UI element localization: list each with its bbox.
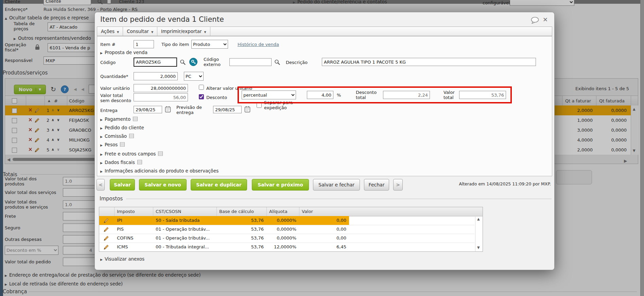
section-frete-outros[interactable]: ▶Frete e outros campos — [100, 151, 163, 157]
grid-icon[interactable] — [120, 142, 125, 147]
desconto-total-input[interactable] — [383, 91, 430, 99]
vscroll-down-icon[interactable]: ▼ — [477, 246, 480, 249]
dialog-menubar: Ações▼ Consultar▼ Imprimir/exportar▼ — [97, 27, 552, 36]
triangle-icon: ▶ — [100, 161, 103, 165]
salvar-e-novo-button[interactable]: Salvar e novo — [139, 179, 187, 191]
grid-icon[interactable] — [158, 151, 163, 156]
item-num-input[interactable] — [134, 40, 154, 48]
cell-imposto: PIS — [114, 225, 153, 234]
section-comissao[interactable]: ▶Comissão — [100, 133, 134, 139]
unidade-select[interactable]: PC — [184, 72, 204, 81]
codigo-externo-search-icon[interactable] — [274, 59, 280, 65]
separar-checkbox[interactable] — [257, 103, 262, 108]
edit-pencil-icon[interactable] — [103, 218, 109, 223]
imposto-row-ipi[interactable]: IPI 50 - Saída tributada 53,76 0,0000% 0… — [99, 216, 474, 225]
prev-item-button[interactable]: < — [97, 179, 105, 191]
close-icon[interactable]: ✕ — [543, 17, 548, 23]
cell-imposto: COFINS — [114, 234, 153, 243]
triangle-icon: ▶ — [100, 135, 103, 138]
section-proposta-venda[interactable]: ▶Proposta de venda — [100, 50, 147, 55]
next-item-button[interactable]: > — [393, 179, 403, 191]
vscroll-up-icon[interactable]: ▲ — [477, 217, 480, 221]
menu-acoes[interactable]: Ações▼ — [97, 27, 123, 36]
previsao-calendar-icon[interactable] — [244, 106, 250, 113]
alterar-valor-checkbox[interactable] — [199, 85, 204, 90]
grid-icon[interactable] — [129, 134, 134, 138]
valor-unitario-label: Valor unitário — [100, 86, 130, 91]
triangle-icon: ▶ — [100, 127, 103, 130]
entrega-label: Entrega — [100, 108, 118, 113]
header-imposto[interactable]: Imposto — [114, 207, 153, 216]
cell-valor: 0,00 — [299, 225, 349, 234]
chevron-down-icon: ▼ — [204, 31, 206, 34]
cell-imposto: ICMS — [114, 243, 153, 251]
impostos-header: Imposto CST/CSOSN Base de cálculo Alíquo… — [99, 207, 483, 216]
codigo-externo-input[interactable] — [229, 58, 272, 66]
section-pesos[interactable]: ▶Pesos — [100, 142, 125, 147]
section-dados-fiscais[interactable]: ▶Dados fiscais — [100, 160, 142, 165]
section-visualizar-anexos[interactable]: ▶Visualizar anexos — [100, 256, 144, 262]
salvar-button[interactable]: Salvar — [110, 179, 135, 191]
header-aliquota[interactable]: Alíquota — [266, 207, 299, 216]
cell-valor: 0,00 — [299, 216, 349, 225]
salvar-e-proximo-button[interactable]: Salvar e próximo — [252, 179, 309, 191]
edit-pencil-icon[interactable] — [103, 244, 109, 250]
imposto-row-cofins[interactable]: COFINS 01 - Operação tributáv... 53,76 0… — [99, 234, 474, 243]
header-valor[interactable]: Valor — [299, 207, 349, 216]
tipo-item-select[interactable]: Produto — [191, 40, 228, 49]
section-pagamento[interactable]: ▶Pagamento — [100, 116, 138, 122]
item-num-label: Item # — [100, 42, 116, 47]
section-informacoes-adicionais[interactable]: ▶Informações adicionais do produto e obs… — [100, 168, 219, 174]
valor-total-input[interactable] — [459, 91, 506, 99]
triangle-icon: ▶ — [100, 258, 103, 261]
descricao-input[interactable] — [322, 58, 536, 66]
comment-bubble-icon[interactable] — [530, 17, 539, 24]
grid-icon[interactable] — [137, 160, 142, 164]
quantidade-input[interactable] — [134, 72, 178, 80]
edit-pencil-icon[interactable] — [103, 235, 109, 241]
valor-total-sem-input[interactable] — [134, 93, 188, 101]
menu-consultar[interactable]: Consultar▼ — [123, 27, 157, 36]
section-pedido-cliente[interactable]: ▶Pedido do cliente — [100, 125, 144, 130]
menu-imprimir-exportar[interactable]: Imprimir/exportar▼ — [157, 27, 210, 36]
desconto-percent-input[interactable] — [307, 91, 333, 99]
cell-cst: 00 - Tributada integral... — [153, 243, 216, 251]
cell-base: 53,76 — [216, 216, 266, 225]
salvar-e-duplicar-button[interactable]: Salvar e duplicar — [191, 179, 247, 191]
desconto-checkbox[interactable] — [199, 94, 204, 99]
cell-cst: 01 - Operação tributáv... — [153, 234, 216, 243]
imposto-row-icms[interactable]: ICMS 00 - Tributada integral... 53,76 12… — [99, 243, 474, 251]
alterado-em-text: Alterado em 14/08/2025 11:09:20 por MXP. — [459, 181, 551, 186]
salvar-e-fechar-button[interactable]: Salvar e fechar — [313, 179, 360, 191]
fechar-button[interactable]: Fechar — [364, 179, 389, 191]
header-base[interactable]: Base de cálculo — [216, 207, 266, 216]
codigo-search-icon[interactable] — [180, 59, 186, 65]
codigo-key-icon[interactable] — [189, 58, 197, 66]
impostos-vscroll[interactable]: ▲ ▼ — [475, 216, 483, 251]
chevron-down-icon: ▼ — [151, 31, 153, 34]
header-cst[interactable]: CST/CSOSN — [153, 207, 216, 216]
valor-unitario-input[interactable] — [134, 84, 188, 92]
codigo-input[interactable] — [134, 57, 177, 67]
edit-pencil-icon[interactable] — [103, 227, 109, 232]
codigo-label: Código — [100, 60, 116, 65]
imposto-row-pis[interactable]: PIS 01 - Operação tributáv... 53,76 0,00… — [99, 225, 474, 234]
descricao-label: Descrição — [286, 60, 308, 65]
entrega-input[interactable] — [134, 106, 162, 113]
impostos-groupline — [126, 199, 552, 199]
cell-base: 53,76 — [216, 243, 266, 251]
cell-cst: 01 - Operação tributáv... — [153, 225, 216, 234]
grid-icon[interactable] — [133, 117, 138, 121]
previsao-input[interactable] — [213, 106, 242, 113]
entrega-calendar-icon[interactable] — [165, 106, 171, 113]
tipo-item-label: Tipo do item — [161, 42, 189, 47]
item-pedido-dialog: Item do pedido de venda 1 Cliente ✕ Açõe… — [94, 12, 555, 270]
cell-imposto: IPI — [114, 216, 153, 225]
previsao-label: Previsão de entrega — [176, 105, 205, 115]
desconto-tipo-select[interactable]: percentual — [242, 91, 296, 99]
triangle-icon: ▶ — [100, 144, 103, 147]
screen: Cliente Cliente 123 ▶Pedido do cliente/r… — [0, 0, 644, 296]
cell-valor: 0,00 — [299, 234, 349, 243]
historico-venda-link[interactable]: Histórico de venda — [238, 42, 279, 47]
chevron-down-icon: ▼ — [117, 31, 119, 34]
